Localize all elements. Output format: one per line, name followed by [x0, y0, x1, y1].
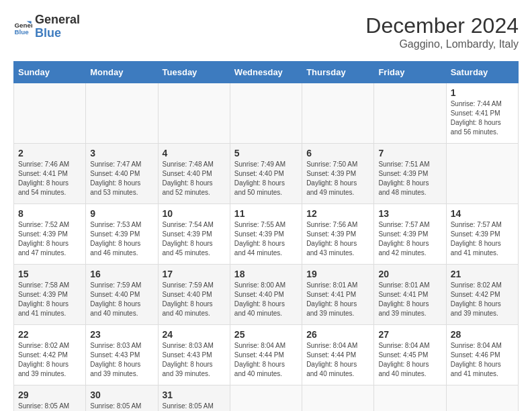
calendar-day-18: 18 Sunrise: 8:00 AMSunset: 4:40 PMDaylig… — [230, 265, 302, 325]
column-header-thursday: Thursday — [302, 62, 374, 83]
day-info: Sunrise: 7:57 AMSunset: 4:39 PMDaylight:… — [378, 221, 429, 257]
day-info: Sunrise: 8:04 AMSunset: 4:44 PMDaylight:… — [234, 342, 285, 377]
header: General Blue General Blue December 2024 … — [13, 13, 519, 50]
day-info: Sunrise: 7:58 AMSunset: 4:39 PMDaylight:… — [18, 281, 69, 317]
day-info: Sunrise: 7:52 AMSunset: 4:39 PMDaylight:… — [18, 221, 69, 257]
day-number: 29 — [18, 390, 81, 400]
calendar-day-23: 23 Sunrise: 8:03 AMSunset: 4:43 PMDaylig… — [86, 325, 158, 385]
calendar-week-row: 15 Sunrise: 7:58 AMSunset: 4:39 PMDaylig… — [14, 265, 519, 325]
empty-cell — [230, 385, 302, 412]
column-header-sunday: Sunday — [14, 62, 86, 83]
empty-cell — [86, 83, 158, 144]
day-info: Sunrise: 8:01 AMSunset: 4:41 PMDaylight:… — [378, 281, 429, 317]
empty-cell — [446, 385, 518, 412]
calendar-week-row: 8 Sunrise: 7:52 AMSunset: 4:39 PMDayligh… — [14, 204, 519, 265]
day-number: 4 — [163, 148, 226, 158]
day-info: Sunrise: 7:51 AMSunset: 4:39 PMDaylight:… — [378, 161, 429, 196]
day-number: 24 — [163, 329, 226, 340]
day-info: Sunrise: 8:00 AMSunset: 4:40 PMDaylight:… — [234, 281, 285, 317]
calendar-day-31: 31 Sunrise: 8:05 AMSunset: 4:48 PMDaylig… — [158, 385, 230, 412]
column-header-saturday: Saturday — [446, 62, 518, 83]
logo: General Blue General Blue — [13, 13, 80, 40]
calendar-day-6: 6 Sunrise: 7:50 AMSunset: 4:39 PMDayligh… — [302, 144, 374, 204]
day-info: Sunrise: 8:03 AMSunset: 4:43 PMDaylight:… — [163, 342, 214, 377]
calendar-day-25: 25 Sunrise: 8:04 AMSunset: 4:44 PMDaylig… — [230, 325, 302, 385]
day-info: Sunrise: 7:57 AMSunset: 4:39 PMDaylight:… — [451, 221, 502, 257]
day-number: 22 — [18, 329, 81, 340]
calendar-day-5: 5 Sunrise: 7:49 AMSunset: 4:40 PMDayligh… — [230, 144, 302, 204]
day-number: 9 — [90, 208, 153, 219]
day-info: Sunrise: 7:53 AMSunset: 4:39 PMDaylight:… — [90, 221, 141, 257]
month-title: December 2024 — [365, 13, 519, 38]
calendar-day-7: 7 Sunrise: 7:51 AMSunset: 4:39 PMDayligh… — [374, 144, 446, 204]
calendar-week-row: 1 Sunrise: 7:44 AMSunset: 4:41 PMDayligh… — [14, 83, 519, 144]
day-info: Sunrise: 8:05 AMSunset: 4:47 PMDaylight:… — [18, 402, 69, 411]
location-title: Gaggino, Lombardy, Italy — [365, 38, 519, 50]
day-info: Sunrise: 7:46 AMSunset: 4:41 PMDaylight:… — [18, 161, 69, 196]
calendar-week-row: 22 Sunrise: 8:02 AMSunset: 4:42 PMDaylig… — [14, 325, 519, 385]
day-info: Sunrise: 7:55 AMSunset: 4:39 PMDaylight:… — [234, 221, 285, 257]
calendar-day-28: 28 Sunrise: 8:04 AMSunset: 4:46 PMDaylig… — [446, 325, 518, 385]
calendar-day-26: 26 Sunrise: 8:04 AMSunset: 4:44 PMDaylig… — [302, 325, 374, 385]
day-info: Sunrise: 7:48 AMSunset: 4:40 PMDaylight:… — [163, 161, 214, 196]
calendar-day-24: 24 Sunrise: 8:03 AMSunset: 4:43 PMDaylig… — [158, 325, 230, 385]
day-number: 23 — [90, 329, 153, 340]
day-info: Sunrise: 7:56 AMSunset: 4:39 PMDaylight:… — [306, 221, 357, 257]
day-info: Sunrise: 8:05 AMSunset: 4:48 PMDaylight:… — [163, 402, 214, 411]
calendar-day-30: 30 Sunrise: 8:05 AMSunset: 4:48 PMDaylig… — [86, 385, 158, 412]
day-number: 13 — [378, 208, 441, 219]
calendar-header-row: SundayMondayTuesdayWednesdayThursdayFrid… — [14, 62, 519, 83]
calendar-day-2: 2 Sunrise: 7:46 AMSunset: 4:41 PMDayligh… — [14, 144, 86, 204]
empty-cell — [374, 83, 446, 144]
calendar-day-19: 19 Sunrise: 8:01 AMSunset: 4:41 PMDaylig… — [302, 265, 374, 325]
logo-icon: General Blue — [13, 17, 32, 36]
day-number: 3 — [90, 148, 153, 158]
day-number: 6 — [306, 148, 369, 158]
day-number: 5 — [234, 148, 298, 158]
day-info: Sunrise: 8:04 AMSunset: 4:46 PMDaylight:… — [451, 342, 502, 377]
calendar-day-12: 12 Sunrise: 7:56 AMSunset: 4:39 PMDaylig… — [302, 204, 374, 265]
day-number: 10 — [163, 208, 226, 219]
day-info: Sunrise: 7:59 AMSunset: 4:40 PMDaylight:… — [90, 281, 141, 317]
day-info: Sunrise: 7:49 AMSunset: 4:40 PMDaylight:… — [234, 161, 285, 196]
day-number: 18 — [234, 269, 298, 279]
day-info: Sunrise: 7:44 AMSunset: 4:41 PMDaylight:… — [451, 100, 502, 136]
calendar-day-4: 4 Sunrise: 7:48 AMSunset: 4:40 PMDayligh… — [158, 144, 230, 204]
column-header-monday: Monday — [86, 62, 158, 83]
day-number: 30 — [90, 390, 153, 400]
calendar-day-3: 3 Sunrise: 7:47 AMSunset: 4:40 PMDayligh… — [86, 144, 158, 204]
calendar-day-15: 15 Sunrise: 7:58 AMSunset: 4:39 PMDaylig… — [14, 265, 86, 325]
day-number: 26 — [306, 329, 369, 340]
day-info: Sunrise: 8:03 AMSunset: 4:43 PMDaylight:… — [90, 342, 141, 377]
empty-cell — [302, 83, 374, 144]
empty-cell — [158, 83, 230, 144]
day-number: 1 — [451, 87, 514, 98]
calendar-week-row: 2 Sunrise: 7:46 AMSunset: 4:41 PMDayligh… — [14, 144, 519, 204]
empty-cell — [446, 144, 518, 204]
day-info: Sunrise: 7:54 AMSunset: 4:39 PMDaylight:… — [163, 221, 214, 257]
logo-line1: General — [35, 13, 80, 27]
day-number: 31 — [163, 390, 226, 400]
empty-cell — [374, 385, 446, 412]
logo-text: General Blue — [35, 13, 80, 40]
day-number: 16 — [90, 269, 153, 279]
day-number: 27 — [378, 329, 441, 340]
day-number: 12 — [306, 208, 369, 219]
day-info: Sunrise: 8:02 AMSunset: 4:42 PMDaylight:… — [18, 342, 69, 377]
calendar-day-27: 27 Sunrise: 8:04 AMSunset: 4:45 PMDaylig… — [374, 325, 446, 385]
day-number: 17 — [163, 269, 226, 279]
svg-text:Blue: Blue — [14, 28, 29, 36]
day-number: 21 — [451, 269, 514, 279]
calendar-day-20: 20 Sunrise: 8:01 AMSunset: 4:41 PMDaylig… — [374, 265, 446, 325]
day-info: Sunrise: 8:01 AMSunset: 4:41 PMDaylight:… — [306, 281, 357, 317]
day-info: Sunrise: 8:05 AMSunset: 4:48 PMDaylight:… — [90, 402, 141, 411]
day-number: 19 — [306, 269, 369, 279]
calendar-day-9: 9 Sunrise: 7:53 AMSunset: 4:39 PMDayligh… — [86, 204, 158, 265]
day-number: 25 — [234, 329, 298, 340]
calendar-day-11: 11 Sunrise: 7:55 AMSunset: 4:39 PMDaylig… — [230, 204, 302, 265]
column-header-friday: Friday — [374, 62, 446, 83]
calendar-table: SundayMondayTuesdayWednesdayThursdayFrid… — [13, 61, 519, 411]
day-info: Sunrise: 7:50 AMSunset: 4:39 PMDaylight:… — [306, 161, 357, 196]
calendar-day-14: 14 Sunrise: 7:57 AMSunset: 4:39 PMDaylig… — [446, 204, 518, 265]
calendar-day-1: 1 Sunrise: 7:44 AMSunset: 4:41 PMDayligh… — [446, 83, 518, 144]
